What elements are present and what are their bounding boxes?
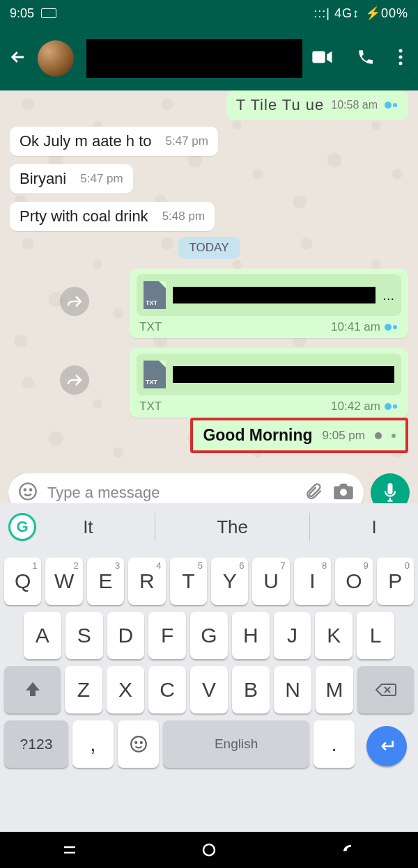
key-k[interactable]: K xyxy=(315,612,353,659)
key-e[interactable]: E3 xyxy=(87,558,124,605)
sent-tick-icon xyxy=(375,432,382,439)
sent-tick-icon xyxy=(392,434,396,438)
camera-button[interactable] xyxy=(333,482,354,503)
key-g[interactable]: G xyxy=(190,612,228,659)
svg-rect-0 xyxy=(312,51,325,63)
message-text: Prty with coal drink xyxy=(20,207,148,226)
space-key[interactable]: English xyxy=(163,720,309,768)
key-i[interactable]: I8 xyxy=(294,558,331,605)
separator xyxy=(155,513,155,541)
message-text: T Tile Tu ue xyxy=(236,96,325,114)
document-name xyxy=(173,366,394,383)
message-time: 9:05 pm xyxy=(323,429,365,443)
suggestion[interactable]: I xyxy=(351,516,398,538)
recent-apps-button[interactable] xyxy=(60,840,79,860)
attach-button[interactable] xyxy=(304,482,323,503)
key-r[interactable]: R4 xyxy=(128,558,165,605)
key-l[interactable]: L xyxy=(357,612,394,659)
emoji-button[interactable] xyxy=(18,482,38,503)
period-key[interactable]: . xyxy=(314,720,355,768)
svg-point-3 xyxy=(399,62,403,65)
key-q[interactable]: Q1 xyxy=(4,558,41,605)
back-button[interactable] xyxy=(8,47,28,70)
key-n[interactable]: N xyxy=(274,666,311,713)
contact-avatar[interactable] xyxy=(38,40,74,77)
comma-key[interactable]: , xyxy=(72,720,114,768)
separator xyxy=(309,513,310,541)
incoming-message[interactable]: Prty with coal drink 5:48 pm xyxy=(10,202,215,231)
grammarly-icon[interactable]: G xyxy=(8,513,36,541)
key-h[interactable]: H xyxy=(232,612,270,659)
backspace-key[interactable] xyxy=(357,666,414,713)
message-time: 10:58 am xyxy=(331,99,378,111)
svg-point-5 xyxy=(24,489,26,491)
read-receipt-icon xyxy=(385,102,398,109)
key-j[interactable]: J xyxy=(274,612,311,659)
document-message[interactable]: TXT 10:42 am xyxy=(130,348,408,418)
read-receipt-icon xyxy=(385,403,398,410)
back-nav-button[interactable] xyxy=(339,840,358,860)
more-options-button[interactable] xyxy=(398,49,403,68)
numbers-key[interactable]: ?123 xyxy=(4,720,68,768)
input-placeholder: Type a message xyxy=(47,484,294,502)
svg-point-2 xyxy=(399,56,403,59)
outgoing-message[interactable]: T Tile Tu ue 10:58 am xyxy=(226,90,408,120)
message-input-bar: Type a message xyxy=(8,473,410,503)
key-row-1: Q1W2E3R4T5Y6U7I8O9P0 xyxy=(0,551,418,605)
key-u[interactable]: U7 xyxy=(252,558,289,605)
key-row-2: ASDFGHJKL xyxy=(0,605,418,659)
key-row-bottom: ?123 , English . xyxy=(0,713,418,775)
read-receipt-icon xyxy=(385,324,398,331)
key-b[interactable]: B xyxy=(232,666,270,713)
suggestion[interactable]: The xyxy=(196,516,269,538)
voice-call-button[interactable] xyxy=(357,48,375,69)
key-p[interactable]: P0 xyxy=(377,558,414,605)
svg-rect-8 xyxy=(388,483,393,494)
message-text: Ok July m aate h to xyxy=(20,132,152,150)
key-m[interactable]: M xyxy=(316,666,353,713)
key-d[interactable]: D xyxy=(107,612,145,659)
status-network: :::| 4G↕ xyxy=(314,6,359,21)
key-v[interactable]: V xyxy=(190,666,228,713)
key-c[interactable]: C xyxy=(148,666,186,713)
voice-record-button[interactable] xyxy=(371,473,410,503)
key-w[interactable]: W2 xyxy=(45,558,82,605)
key-f[interactable]: F xyxy=(148,612,186,659)
emoji-key[interactable] xyxy=(118,720,159,768)
date-separator: TODAY xyxy=(178,237,240,259)
home-button[interactable] xyxy=(199,840,219,860)
incoming-message[interactable]: Ok July m aate h to 5:47 pm xyxy=(10,127,218,156)
status-bar: 9:05 :::| 4G↕ ⚡00% xyxy=(0,0,418,26)
key-a[interactable]: A xyxy=(24,612,61,659)
forward-button[interactable] xyxy=(60,287,89,316)
document-type: TXT xyxy=(139,400,162,413)
keyboard-indicator-icon xyxy=(41,8,56,18)
key-y[interactable]: Y6 xyxy=(211,558,248,605)
chat-area[interactable]: T Tile Tu ue 10:58 am Ok July m aate h t… xyxy=(0,90,418,503)
enter-key[interactable] xyxy=(366,726,407,766)
keyboard: G It The I Q1W2E3R4T5Y6U7I8O9P0 ASDFGHJK… xyxy=(0,503,418,832)
key-s[interactable]: S xyxy=(65,612,103,659)
key-z[interactable]: Z xyxy=(65,666,102,713)
video-call-button[interactable] xyxy=(312,49,333,68)
svg-point-12 xyxy=(135,742,137,743)
message-time: 10:42 am xyxy=(331,400,380,413)
key-x[interactable]: X xyxy=(107,666,144,713)
document-type: TXT xyxy=(139,320,162,334)
incoming-message[interactable]: Biryani 5:47 pm xyxy=(10,164,133,194)
document-message[interactable]: ... TXT 10:41 am xyxy=(130,269,408,338)
shift-key[interactable] xyxy=(4,666,61,713)
key-t[interactable]: T5 xyxy=(170,558,207,605)
svg-point-7 xyxy=(340,489,347,496)
forward-button[interactable] xyxy=(60,365,89,395)
status-time: 9:05 xyxy=(10,6,34,21)
highlighted-outgoing-message[interactable]: Good Morning 9:05 pm xyxy=(190,418,408,453)
message-time: 5:48 pm xyxy=(162,210,205,223)
suggestion[interactable]: It xyxy=(62,516,114,538)
message-time: 10:41 am xyxy=(331,320,380,334)
key-o[interactable]: O9 xyxy=(335,558,372,605)
message-input[interactable]: Type a message xyxy=(8,473,364,503)
svg-point-1 xyxy=(399,49,403,53)
contact-name[interactable] xyxy=(86,39,302,78)
status-battery: ⚡00% xyxy=(365,6,408,21)
